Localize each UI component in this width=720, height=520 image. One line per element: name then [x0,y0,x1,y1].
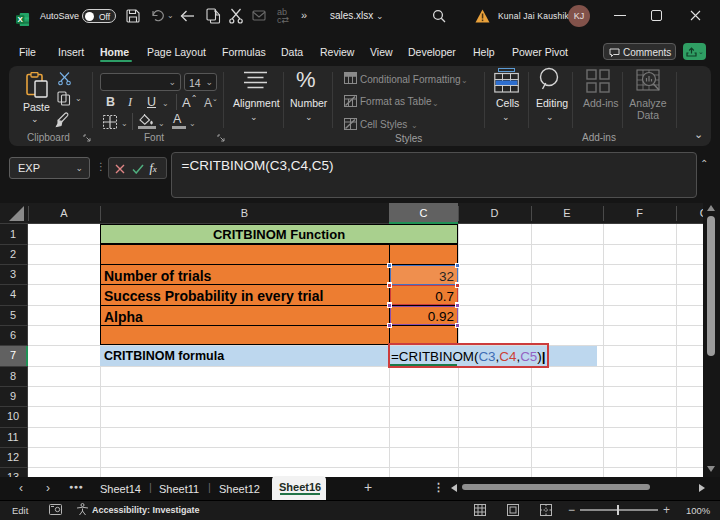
svg-text:X: X [18,15,24,24]
